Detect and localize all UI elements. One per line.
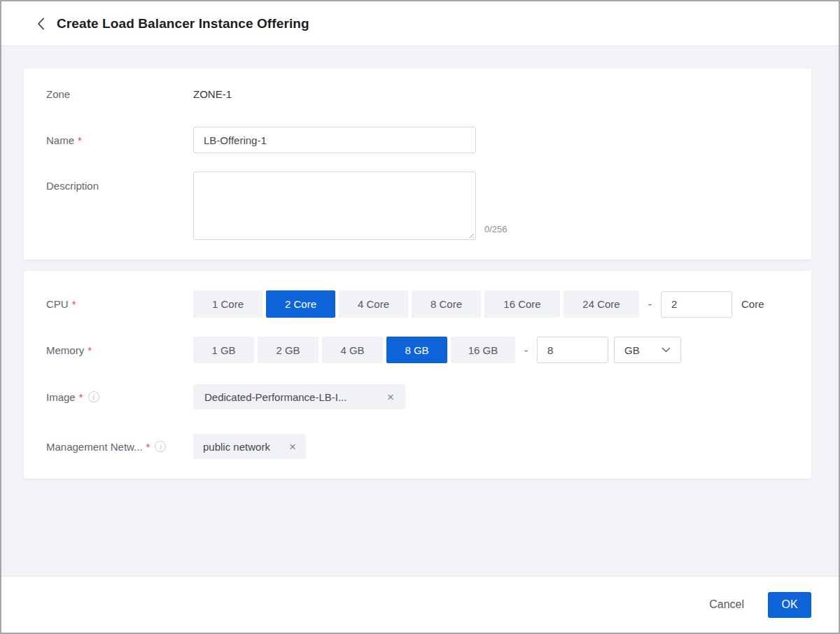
cancel-button[interactable]: Cancel (709, 598, 744, 611)
required-asterisk: * (88, 344, 92, 356)
management-network-row: Management Netw... * i public network × (46, 434, 789, 459)
required-asterisk: * (79, 391, 83, 403)
name-row: Name * (46, 127, 789, 153)
description-row: Description 0/256 (46, 171, 789, 240)
memory-size-input[interactable] (537, 337, 608, 363)
management-network-tag: public network × (193, 434, 306, 459)
form-body: Zone ZONE-1 Name * Description (1, 46, 839, 576)
image-row: Image * i Dedicated-Performance-LB-I... … (46, 384, 789, 409)
required-asterisk: * (78, 134, 82, 146)
page-title: Create Load Balancer Instance Offering (57, 16, 309, 31)
cpu-row: CPU * 1 Core 2 Core 4 Core 8 Core 16 Cor… (46, 290, 789, 318)
memory-unit-value: GB (624, 344, 640, 356)
memory-row: Memory * 1 GB 2 GB 4 GB 8 GB 16 GB - GB (46, 337, 789, 363)
required-asterisk: * (72, 298, 76, 310)
chevron-down-icon (662, 347, 671, 353)
cpu-option-24-core[interactable]: 24 Core (564, 290, 639, 318)
remove-network-icon[interactable]: × (289, 441, 296, 453)
ok-button[interactable]: OK (768, 592, 811, 618)
cpu-option-8-core[interactable]: 8 Core (412, 290, 481, 318)
memory-option-8gb[interactable]: 8 GB (386, 337, 447, 363)
footer-bar: Cancel OK (1, 576, 839, 633)
zone-label: Zone (46, 88, 193, 100)
info-icon[interactable]: i (155, 441, 166, 452)
memory-option-2gb[interactable]: 2 GB (258, 337, 318, 363)
description-field-wrap: 0/256 (193, 171, 507, 240)
memory-options: 1 GB 2 GB 4 GB 8 GB 16 GB (193, 337, 515, 363)
cpu-count-input[interactable] (661, 291, 732, 318)
cpu-label: CPU * (46, 298, 193, 310)
page-header: Create Load Balancer Instance Offering (1, 1, 839, 46)
chevron-left-icon (37, 17, 45, 30)
memory-label: Memory * (46, 344, 193, 356)
cpu-option-2-core[interactable]: 2 Core (266, 290, 335, 318)
remove-image-icon[interactable]: × (387, 391, 394, 403)
name-input[interactable] (193, 127, 476, 153)
description-textarea[interactable] (193, 171, 476, 240)
memory-option-4gb[interactable]: 4 GB (322, 337, 383, 363)
cpu-range-separator: - (648, 298, 652, 310)
memory-option-16gb[interactable]: 16 GB (451, 337, 515, 363)
char-counter: 0/256 (484, 224, 507, 234)
memory-option-1gb[interactable]: 1 GB (193, 337, 254, 363)
management-network-tag-text: public network (203, 441, 270, 453)
memory-range-separator: - (524, 344, 528, 356)
required-asterisk: * (146, 441, 150, 453)
cpu-option-16-core[interactable]: 16 Core (484, 290, 560, 318)
cpu-options: 1 Core 2 Core 4 Core 8 Core 16 Core 24 C… (193, 290, 639, 318)
cpu-unit-label: Core (741, 298, 764, 310)
zone-row: Zone ZONE-1 (46, 88, 789, 100)
image-tag-text: Dedicated-Performance-LB-I... (204, 391, 346, 403)
zone-value: ZONE-1 (193, 88, 232, 100)
cpu-option-1-core[interactable]: 1 Core (193, 290, 262, 318)
sizing-panel: CPU * 1 Core 2 Core 4 Core 8 Core 16 Cor… (24, 271, 811, 479)
info-icon[interactable]: i (88, 391, 99, 402)
memory-unit-select[interactable]: GB (614, 337, 681, 363)
image-tag: Dedicated-Performance-LB-I... × (193, 384, 405, 409)
create-lb-offering-window: Create Load Balancer Instance Offering Z… (0, 0, 840, 634)
back-button[interactable] (33, 16, 48, 31)
description-label: Description (46, 171, 193, 192)
name-label: Name * (46, 134, 193, 146)
management-network-label: Management Netw... * i (46, 441, 193, 453)
basic-info-panel: Zone ZONE-1 Name * Description (24, 69, 811, 260)
image-label: Image * i (46, 391, 193, 403)
cpu-option-4-core[interactable]: 4 Core (339, 290, 408, 318)
